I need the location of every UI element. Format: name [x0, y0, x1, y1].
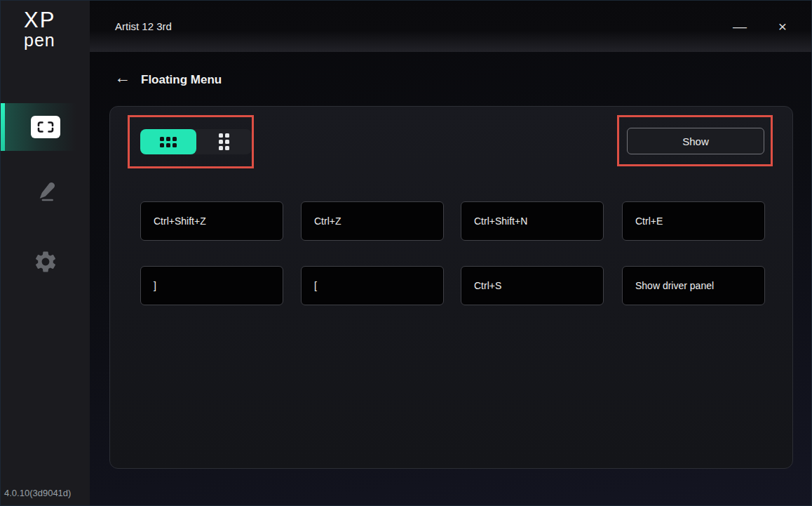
page-title: Floating Menu — [141, 73, 222, 87]
sidebar: XP pen — [1, 1, 90, 505]
shortcut-button[interactable]: [ — [301, 266, 444, 305]
pen-icon — [34, 180, 57, 206]
page-header: ← Floating Menu — [90, 52, 812, 106]
toggle-option-horizontal[interactable] — [140, 129, 196, 154]
shortcut-button[interactable]: Ctrl+Shift+Z — [140, 201, 283, 241]
logo-text-pen: pen — [24, 32, 55, 49]
shortcut-button[interactable]: ] — [140, 266, 283, 305]
device-title: Artist 12 3rd — [115, 20, 172, 32]
close-button[interactable]: × — [769, 16, 797, 37]
grid-vertical-icon — [219, 133, 229, 150]
show-button[interactable]: Show — [627, 128, 764, 154]
shortcut-button[interactable]: Show driver panel — [622, 266, 765, 305]
frame-icon — [31, 116, 60, 138]
logo-text-xp: XP — [24, 9, 55, 31]
titlebar: Artist 12 3rd — × — [90, 1, 812, 52]
shortcut-button[interactable]: Ctrl+S — [461, 266, 604, 305]
minimize-button[interactable]: — — [726, 16, 754, 37]
toggle-option-vertical[interactable] — [196, 129, 252, 154]
sidebar-item-work-area[interactable] — [1, 103, 90, 151]
driver-version: 4.0.10(3d9041d) — [4, 488, 71, 498]
sidebar-item-pen-settings[interactable] — [1, 169, 90, 217]
shortcut-button[interactable]: Ctrl+E — [622, 201, 765, 241]
menu-layout-toggle — [140, 129, 252, 154]
gear-icon — [33, 249, 58, 277]
shortcut-button[interactable]: Ctrl+Shift+N — [461, 201, 604, 241]
xppen-driver-window: XP pen — [0, 0, 812, 506]
sidebar-item-settings[interactable] — [1, 239, 90, 287]
xppen-logo: XP pen — [24, 9, 55, 49]
back-arrow-icon[interactable]: ← — [114, 69, 130, 86]
floating-menu-panel: Show Ctrl+Shift+Z Ctrl+Z Ctrl+Shift+N Ct… — [109, 106, 793, 469]
grid-horizontal-icon — [160, 137, 177, 147]
shortcut-button[interactable]: Ctrl+Z — [301, 201, 444, 241]
